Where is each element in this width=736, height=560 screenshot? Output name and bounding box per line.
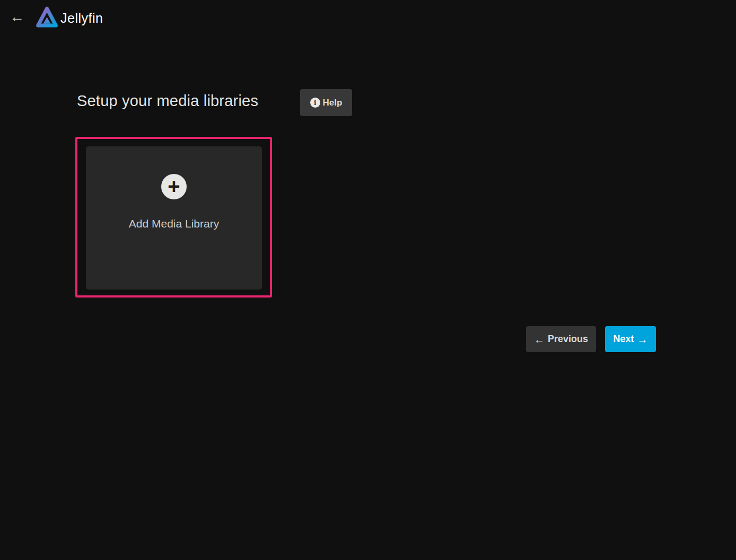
back-button[interactable]: ←: [6, 6, 28, 28]
previous-button[interactable]: ← Previous: [526, 326, 596, 352]
plus-icon: +: [161, 174, 187, 199]
setup-wizard-screen: ← Jellyfin Setup your media libraries i …: [0, 0, 736, 560]
arrow-right-icon: →: [637, 334, 648, 345]
add-media-library-card[interactable]: + Add Media Library: [86, 146, 262, 290]
jellyfin-logo-icon: [35, 5, 59, 31]
next-button[interactable]: Next →: [605, 326, 656, 352]
app-title: Jellyfin: [60, 11, 103, 26]
add-media-library-label: Add Media Library: [86, 217, 262, 230]
info-icon: i: [310, 98, 320, 108]
back-arrow-icon: ←: [10, 8, 24, 25]
arrow-left-icon: ←: [534, 334, 545, 345]
page-title: Setup your media libraries: [77, 92, 258, 110]
previous-button-label: Previous: [548, 334, 588, 345]
help-button[interactable]: i Help: [300, 89, 352, 116]
focus-ring: + Add Media Library: [75, 137, 272, 298]
help-button-label: Help: [323, 98, 343, 108]
next-button-label: Next: [613, 334, 634, 345]
